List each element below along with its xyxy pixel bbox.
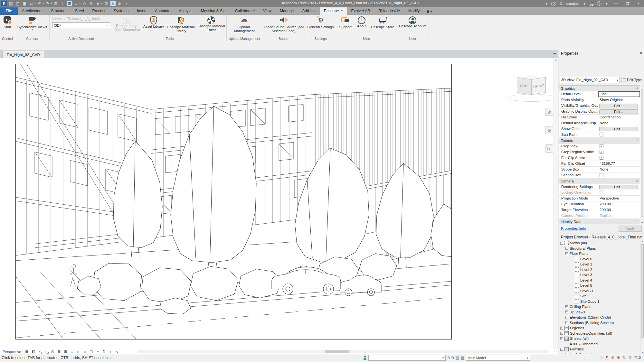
properties-scrollbar[interactable]: ▲▼ [640,85,644,224]
property-row-section-box[interactable]: Section Box [559,172,640,178]
prop-section-extents[interactable]: Extents≙ [559,138,640,144]
section-box-checkbox[interactable] [600,173,603,177]
settings-gear-icon[interactable]: ⚙ [629,355,632,360]
filter-icon[interactable]: ▽:0 [635,355,641,360]
tree-item-families[interactable]: −Families [559,347,640,352]
property-row-show-grids[interactable]: Show GridsEdit... [559,126,640,132]
tree-twisty-icon[interactable]: − [565,252,568,255]
tree-item-site[interactable]: Site [559,293,640,299]
place-sound-source-button[interactable]: )))Place Sound Source (on Selected Face)… [262,15,305,33]
asset-library-button[interactable]: Asset Library [141,15,166,29]
render-image-button[interactable]: Render Image (Into Document) [113,15,141,32]
tree-item-analytical-links[interactable]: +Analytical Links [559,352,640,354]
reveal-hidden-elements-icon[interactable]: ¤ [601,355,603,360]
tree-twisty-icon[interactable]: − [560,348,563,351]
sync-with-central-icon-caret[interactable]: ▾ [34,2,36,5]
crop-view-checkbox[interactable]: ✓ [600,144,603,148]
search-binoculars-icon[interactable] [551,1,556,6]
tree-item-level-1[interactable]: Level 1 [559,262,640,267]
thin-lines-icon[interactable]: ≋ [110,1,116,6]
redo-icon[interactable]: ↷ [45,1,51,6]
tree-item-structural-plans[interactable]: +Structural Plans [559,246,640,251]
vertical-scrollbar[interactable]: ▲ [554,58,558,349]
view-tab-list-icon[interactable]: ≣ [553,52,556,56]
tree-item-legends[interactable]: +Legends [559,325,640,331]
tab-file[interactable]: File [0,7,18,15]
tree-item-floor-plans[interactable]: −Floor Plans [559,251,640,256]
synchronize-views-button-caret[interactable]: ▾ [32,29,33,31]
properties-header[interactable]: Properties × [559,50,644,57]
more-commands-icon[interactable]: » [124,1,129,6]
tab-enscape[interactable]: Enscape™ [320,7,347,15]
view-tab-ext-night-02-cad[interactable]: Ext_Night_02 _CAD [3,51,44,58]
tree-item-views-all[interactable]: −Views (all) [559,240,640,246]
crop-region-visible-checkbox[interactable]: ✓ [600,150,603,154]
show-grids-edit-button[interactable]: Edit... [599,127,638,132]
property-row-locked-orientation[interactable]: Locked Orientation [559,190,640,196]
prop-section-camera[interactable]: Camera≙ [559,178,640,184]
tree-item-elevations-12mm-circle[interactable]: +Elevations (12mm Circle) [559,315,640,320]
rendering-dialog-icon[interactable]: ◎ [50,349,55,354]
tab-analyze[interactable]: Analyze [175,7,197,15]
tree-item-3d-views[interactable]: +3D Views [559,310,640,315]
default-3d-view-icon-caret[interactable]: ▾ [101,2,102,5]
minimize-button[interactable]: — [612,1,620,6]
property-row-parts-visibility[interactable]: Parts VisibilityShow Original [559,97,640,103]
visibility-graphics-ov-edit-button[interactable]: Edit... [599,104,638,108]
enscape-account-button[interactable]: Enscape Account [396,15,429,28]
property-row-target-elevation[interactable]: Target Elevation200.00 [559,207,640,213]
tree-item-a100-unnamed[interactable]: A100 - Unnamed [559,341,640,347]
text-icon[interactable]: A [88,1,94,6]
material-library-button[interactable]: Enscape Material Library [166,15,196,33]
tab-view[interactable]: View [259,7,276,15]
zoom-icon[interactable]: ⊕ [545,126,553,134]
user-menu-caret[interactable]: ▾ [582,1,587,6]
select-toggle-icon[interactable]: ⇅ [623,355,626,360]
property-row-detail-level[interactable]: Detail LevelFine [559,91,640,97]
tab-insert[interactable]: Insert [133,7,151,15]
tag-icon[interactable]: ◇ [81,1,87,6]
tree-item-sections-building-section[interactable]: +Sections (Building Section) [559,320,640,326]
active-view-combo[interactable]: {3D}▾ [52,22,110,28]
property-row-rendering-settings[interactable]: Rendering SettingsEdit... [559,184,640,190]
reveal-hidden-icon[interactable]: ¤ [82,349,87,354]
revit-logo[interactable]: R [1,1,7,6]
pin-icon[interactable]: ⊕ [611,355,614,360]
far-clip-active-checkbox[interactable]: ✓ [600,156,603,160]
place-sound-source-button-caret[interactable]: ▾ [303,26,304,28]
tree-twisty-icon[interactable]: + [560,327,563,330]
viewcube-front-face[interactable]: FRONT [531,77,546,95]
horizontal-scrollbar[interactable] [138,350,548,353]
properties-close-icon[interactable]: × [640,51,642,55]
unpin-icon[interactable]: ⊗ [617,355,620,360]
horizontal-scroll-thumb[interactable] [325,350,349,353]
drawing-area[interactable]: LEFT FRONT ◎ ⊕ ▷ ▲ Perspective ▦◧☀✗◐✗◎⊟⊞… [0,58,558,354]
restore-button[interactable] [623,1,631,6]
signed-in-user[interactable]: s.mujovi [566,2,579,5]
tree-item-ceiling-plans[interactable]: +Ceiling Plans [559,304,640,310]
print-icon[interactable]: ⊟ [53,1,59,6]
tree-item-level-2[interactable]: Level 2 [559,267,640,273]
support-button[interactable]: Support [336,15,354,29]
editable-only-icon[interactable]: ✎:0 [447,356,454,360]
enscape-store-button[interactable]: Enscape Store [369,15,396,29]
crop-view-icon[interactable]: ⊟ [56,349,62,354]
property-row-projection-mode[interactable]: Projection ModePerspective [559,196,640,201]
property-row-default-analysis-disp[interactable]: Default Analysis Disp...None [559,120,640,126]
tab-massing-site[interactable]: Massing & Site [197,7,231,15]
tree-item-site-copy-1[interactable]: Site Copy 1 [559,299,640,304]
viewcube[interactable]: LEFT FRONT [510,75,555,102]
help-icon[interactable]: ? [597,1,601,6]
prop-section-graphics[interactable]: Graphics≙ [559,86,640,91]
editing-requests-icon[interactable]: ▤ [455,356,459,360]
graphic-display-opti-edit-button[interactable]: Edit... [599,109,638,114]
close-button[interactable]: × [634,1,643,6]
scroll-corner-icons[interactable]: ⌄ › [553,349,557,353]
property-row-scope-box[interactable]: Scope BoxNone [559,167,640,172]
undo-icon[interactable]: ↶ [37,1,43,6]
save-icon[interactable]: ▣ [22,1,27,6]
tree-twisty-icon[interactable]: + [565,316,568,319]
worksets-dialog-icon[interactable]: ▦ [461,356,464,360]
apply-button[interactable]: Apply [619,226,642,232]
sun-path-icon[interactable]: ☀✗ [37,349,42,354]
